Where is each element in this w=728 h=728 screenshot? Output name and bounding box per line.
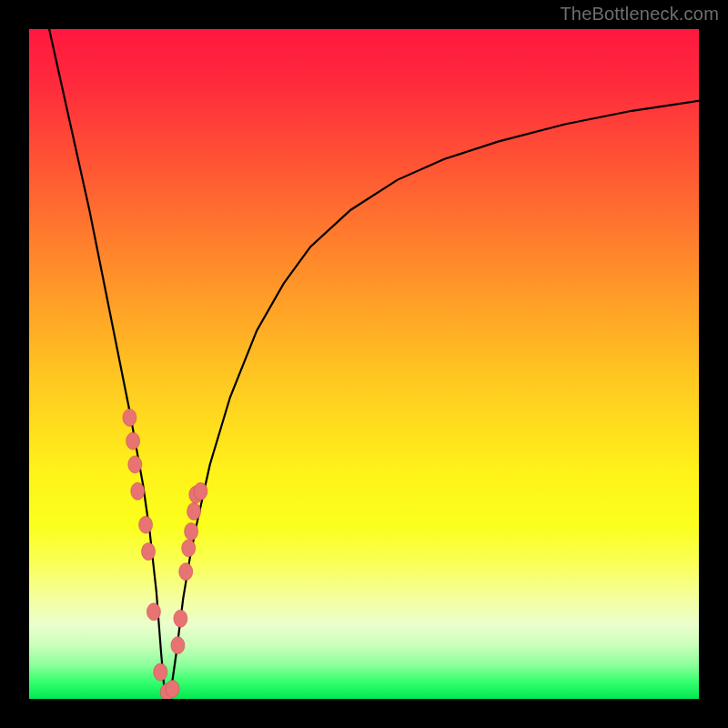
data-point [154,663,167,681]
data-point [126,432,140,450]
data-point [131,482,145,500]
chart-svg [29,29,699,699]
data-point [171,637,185,654]
data-point [194,482,207,500]
bottleneck-curve [49,29,699,699]
data-point [185,523,198,541]
data-point [142,543,156,561]
chart-frame: TheBottleneck.com [0,0,728,728]
data-point [182,540,196,557]
data-point [139,516,153,533]
data-point [187,502,201,520]
watermark-text: TheBottleneck.com [560,4,719,25]
plot-area [29,29,699,699]
data-point [166,680,179,697]
data-point [128,456,142,473]
data-point [147,603,160,621]
data-point [179,563,193,581]
data-point [123,409,136,426]
data-point [174,610,187,627]
data-point-markers [123,409,207,699]
